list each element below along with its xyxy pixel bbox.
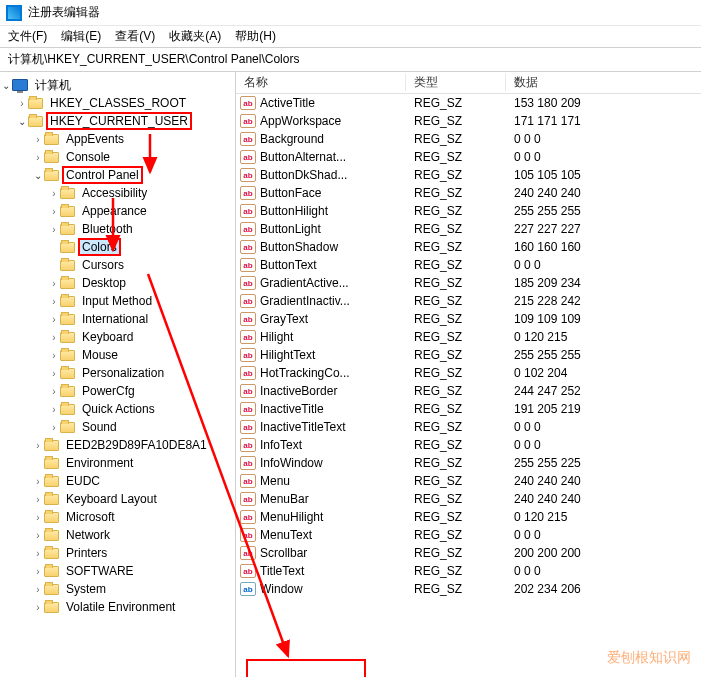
tree-item[interactable]: Cursors: [0, 256, 235, 274]
list-row[interactable]: abGrayTextREG_SZ109 109 109: [236, 310, 701, 328]
list-row[interactable]: abGradientActive...REG_SZ185 209 234: [236, 274, 701, 292]
list-row[interactable]: abInfoWindowREG_SZ255 255 225: [236, 454, 701, 472]
folder-icon: [44, 152, 59, 163]
tree-item[interactable]: ›SOFTWARE: [0, 562, 235, 580]
tree-item[interactable]: ›Mouse: [0, 346, 235, 364]
tree-item[interactable]: ›Volatile Environment: [0, 598, 235, 616]
tree-label: System: [63, 581, 109, 597]
list-row[interactable]: abMenuBarREG_SZ240 240 240: [236, 490, 701, 508]
tree-item[interactable]: ›Printers: [0, 544, 235, 562]
chevron-icon[interactable]: ›: [16, 98, 28, 109]
tree-item[interactable]: ›Network: [0, 526, 235, 544]
list-row[interactable]: abMenuREG_SZ240 240 240: [236, 472, 701, 490]
menu-file[interactable]: 文件(F): [8, 28, 47, 45]
chevron-icon[interactable]: ›: [48, 368, 60, 379]
menu-view[interactable]: 查看(V): [115, 28, 155, 45]
list-row[interactable]: abActiveTitleREG_SZ153 180 209: [236, 94, 701, 112]
chevron-icon[interactable]: ›: [32, 602, 44, 613]
tree-item[interactable]: ›EED2B29D89FA10DE8A1: [0, 436, 235, 454]
list-row[interactable]: abInactiveTitleREG_SZ191 205 219: [236, 400, 701, 418]
list-row[interactable]: abHotTrackingCo...REG_SZ0 102 204: [236, 364, 701, 382]
content: ⌄计算机›HKEY_CLASSES_ROOT⌄HKEY_CURRENT_USER…: [0, 72, 701, 677]
chevron-icon[interactable]: ›: [48, 314, 60, 325]
chevron-icon[interactable]: ›: [48, 188, 60, 199]
tree-item[interactable]: ›International: [0, 310, 235, 328]
list-row[interactable]: abButtonDkShad...REG_SZ105 105 105: [236, 166, 701, 184]
menu-edit[interactable]: 编辑(E): [61, 28, 101, 45]
tree-item[interactable]: ›Console: [0, 148, 235, 166]
tree-item[interactable]: ›PowerCfg: [0, 382, 235, 400]
chevron-icon[interactable]: ›: [32, 476, 44, 487]
chevron-icon[interactable]: ›: [48, 332, 60, 343]
tree-item[interactable]: Colors: [0, 238, 235, 256]
tree-item[interactable]: ›Sound: [0, 418, 235, 436]
chevron-icon[interactable]: ›: [48, 278, 60, 289]
list-row[interactable]: abInactiveTitleTextREG_SZ0 0 0: [236, 418, 701, 436]
chevron-icon[interactable]: ›: [32, 152, 44, 163]
list-row[interactable]: abButtonTextREG_SZ0 0 0: [236, 256, 701, 274]
tree-item[interactable]: ›Accessibility: [0, 184, 235, 202]
chevron-icon[interactable]: ›: [32, 584, 44, 595]
list-row[interactable]: abGradientInactiv...REG_SZ215 228 242: [236, 292, 701, 310]
list-row[interactable]: abAppWorkspaceREG_SZ171 171 171: [236, 112, 701, 130]
tree-item[interactable]: ›Input Method: [0, 292, 235, 310]
list-row[interactable]: abButtonFaceREG_SZ240 240 240: [236, 184, 701, 202]
chevron-icon[interactable]: ›: [32, 494, 44, 505]
list-row[interactable]: abButtonShadowREG_SZ160 160 160: [236, 238, 701, 256]
chevron-icon[interactable]: ›: [48, 422, 60, 433]
tree-item[interactable]: ⌄计算机: [0, 76, 235, 94]
tree-item[interactable]: ›Keyboard: [0, 328, 235, 346]
chevron-icon[interactable]: ›: [32, 440, 44, 451]
chevron-icon[interactable]: ›: [48, 206, 60, 217]
tree-item[interactable]: ›Desktop: [0, 274, 235, 292]
list-row[interactable]: abScrollbarREG_SZ200 200 200: [236, 544, 701, 562]
chevron-icon[interactable]: ›: [48, 386, 60, 397]
chevron-icon[interactable]: ›: [32, 134, 44, 145]
col-header-name[interactable]: 名称: [236, 74, 406, 91]
list-row[interactable]: abInfoTextREG_SZ0 0 0: [236, 436, 701, 454]
list-row[interactable]: abMenuHilightREG_SZ0 120 215: [236, 508, 701, 526]
list-row[interactable]: abHilightREG_SZ0 120 215: [236, 328, 701, 346]
chevron-icon[interactable]: ›: [48, 296, 60, 307]
tree-item[interactable]: ›EUDC: [0, 472, 235, 490]
list-row[interactable]: abButtonLightREG_SZ227 227 227: [236, 220, 701, 238]
list-row[interactable]: abTitleTextREG_SZ0 0 0: [236, 562, 701, 580]
tree-item[interactable]: ›Appearance: [0, 202, 235, 220]
tree-item[interactable]: ›Personalization: [0, 364, 235, 382]
chevron-icon[interactable]: ⌄: [32, 170, 44, 181]
tree-item[interactable]: ⌄HKEY_CURRENT_USER: [0, 112, 235, 130]
menu-help[interactable]: 帮助(H): [235, 28, 276, 45]
chevron-icon[interactable]: ›: [48, 404, 60, 415]
tree-item[interactable]: ›AppEvents: [0, 130, 235, 148]
chevron-icon[interactable]: ⌄: [16, 116, 28, 127]
list-row[interactable]: abHilightTextREG_SZ255 255 255: [236, 346, 701, 364]
address-bar[interactable]: 计算机\HKEY_CURRENT_USER\Control Panel\Colo…: [0, 48, 701, 72]
tree-item[interactable]: ›Quick Actions: [0, 400, 235, 418]
list-row[interactable]: abBackgroundREG_SZ0 0 0: [236, 130, 701, 148]
string-value-icon: ab: [240, 546, 256, 560]
chevron-icon[interactable]: ›: [32, 548, 44, 559]
tree-item[interactable]: ›Microsoft: [0, 508, 235, 526]
chevron-icon[interactable]: ›: [48, 224, 60, 235]
list-pane[interactable]: 名称 类型 数据 abActiveTitleREG_SZ153 180 209a…: [236, 72, 701, 677]
chevron-icon[interactable]: ›: [32, 530, 44, 541]
list-row[interactable]: abButtonAlternat...REG_SZ0 0 0: [236, 148, 701, 166]
chevron-icon[interactable]: ›: [32, 566, 44, 577]
col-header-type[interactable]: 类型: [406, 74, 506, 91]
tree-item[interactable]: ›Bluetooth: [0, 220, 235, 238]
tree-pane[interactable]: ⌄计算机›HKEY_CLASSES_ROOT⌄HKEY_CURRENT_USER…: [0, 72, 236, 677]
chevron-icon[interactable]: ⌄: [0, 80, 12, 91]
list-row[interactable]: abInactiveBorderREG_SZ244 247 252: [236, 382, 701, 400]
tree-item[interactable]: ›System: [0, 580, 235, 598]
tree-item[interactable]: ›HKEY_CLASSES_ROOT: [0, 94, 235, 112]
tree-item[interactable]: Environment: [0, 454, 235, 472]
menu-fav[interactable]: 收藏夹(A): [169, 28, 221, 45]
list-row[interactable]: abButtonHilightREG_SZ255 255 255: [236, 202, 701, 220]
col-header-data[interactable]: 数据: [506, 74, 701, 91]
tree-item[interactable]: ⌄Control Panel: [0, 166, 235, 184]
chevron-icon[interactable]: ›: [48, 350, 60, 361]
list-row[interactable]: abWindowREG_SZ202 234 206: [236, 580, 701, 598]
chevron-icon[interactable]: ›: [32, 512, 44, 523]
list-row[interactable]: abMenuTextREG_SZ0 0 0: [236, 526, 701, 544]
tree-item[interactable]: ›Keyboard Layout: [0, 490, 235, 508]
